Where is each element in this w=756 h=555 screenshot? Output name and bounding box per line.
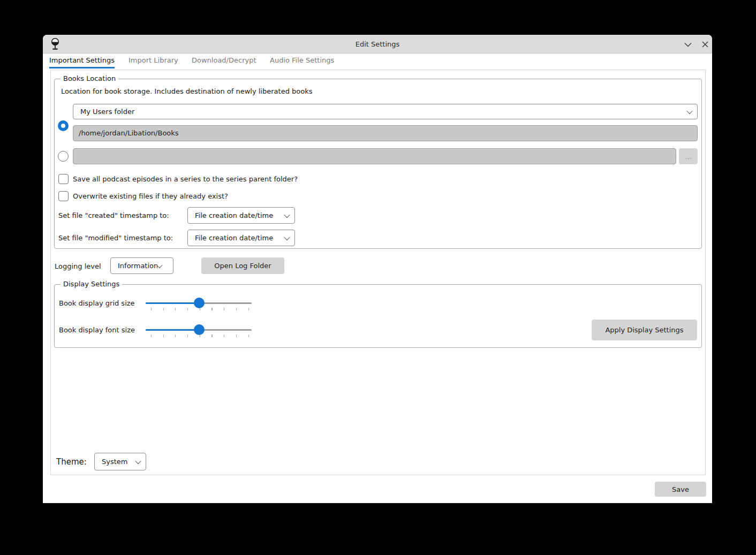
open-log-folder-button[interactable]: Open Log Folder: [201, 257, 284, 274]
close-button[interactable]: [698, 38, 712, 51]
folder-preset-value: My Users folder: [80, 108, 687, 116]
books-location-legend: Books Location: [61, 74, 118, 82]
overwrite-files-checkbox-label: Overwrite existing files if they already…: [73, 192, 228, 200]
tab-audio-file-settings[interactable]: Audio File Settings: [270, 55, 334, 69]
grid-size-slider-label: Book display grid size: [59, 299, 135, 307]
grid-size-slider-fill: [146, 302, 199, 304]
modified-timestamp-label: Set file "modified" timestamp to:: [58, 234, 173, 242]
logging-level-label: Logging level: [55, 262, 101, 270]
tab-important-settings[interactable]: Important Settings: [49, 55, 115, 69]
preset-path-radio[interactable]: [58, 120, 69, 131]
browse-button[interactable]: ...: [679, 148, 698, 164]
window-title: Edit Settings: [43, 35, 712, 54]
logging-level-dropdown[interactable]: Information: [110, 257, 173, 274]
podcast-series-checkbox[interactable]: [58, 174, 69, 184]
custom-path-field: [73, 148, 676, 164]
bottom-bar: [43, 475, 712, 503]
overwrite-files-checkbox[interactable]: [58, 191, 69, 201]
apply-display-settings-button[interactable]: Apply Display Settings: [592, 320, 697, 340]
custom-path-radio[interactable]: [58, 151, 69, 162]
tab-bar: Important Settings Import Library Downlo…: [43, 54, 712, 70]
grid-size-slider-ticks: [151, 308, 249, 310]
chevron-down-icon: [284, 211, 290, 217]
folder-preset-dropdown[interactable]: My Users folder: [73, 104, 698, 119]
created-timestamp-label: Set file "created" timestamp to:: [58, 211, 169, 219]
theme-label: Theme:: [56, 457, 87, 467]
chevron-down-icon: [284, 234, 290, 240]
tab-import-library[interactable]: Import Library: [128, 55, 178, 69]
logging-level-value: Information: [118, 262, 157, 270]
display-settings-legend: Display Settings: [61, 280, 122, 288]
modified-timestamp-value: File creation date/time: [195, 234, 285, 242]
save-button[interactable]: Save: [655, 482, 706, 497]
font-size-slider-fill: [146, 329, 199, 331]
edit-settings-window: Edit Settings Important Settings Import …: [43, 35, 712, 503]
tab-download-decrypt[interactable]: Download/Decrypt: [192, 55, 256, 69]
chevron-down-icon: [156, 262, 162, 268]
grid-size-slider-thumb[interactable]: [194, 298, 205, 308]
books-location-description: Location for book storage. Includes dest…: [61, 87, 313, 95]
minimize-button[interactable]: [681, 38, 695, 51]
theme-value: System: [102, 458, 136, 466]
font-size-slider-thumb[interactable]: [194, 324, 205, 335]
created-timestamp-dropdown[interactable]: File creation date/time: [187, 207, 295, 224]
resolved-path-field: /home/jordan/Libation/Books: [73, 125, 698, 141]
modified-timestamp-dropdown[interactable]: File creation date/time: [187, 230, 295, 246]
font-size-slider-label: Book display font size: [59, 326, 135, 334]
created-timestamp-value: File creation date/time: [195, 211, 285, 219]
titlebar: Edit Settings: [43, 35, 712, 54]
chevron-down-icon: [135, 458, 141, 463]
podcast-series-checkbox-label: Save all podcast episodes in a series to…: [73, 175, 298, 183]
font-size-slider-ticks: [151, 334, 249, 337]
chevron-down-icon: [686, 108, 692, 113]
theme-dropdown[interactable]: System: [94, 453, 146, 470]
